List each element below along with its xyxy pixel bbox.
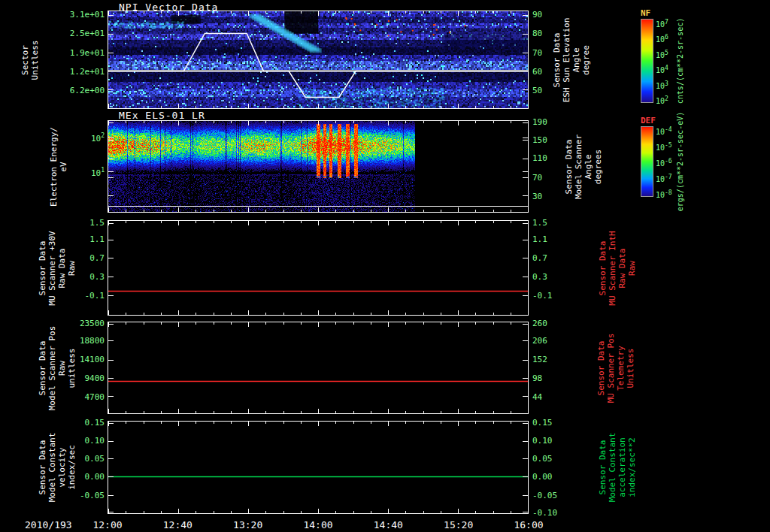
panel-1-y2tick-label: 90	[532, 10, 542, 20]
panel-4-y2axis-title-line-3: Unitless	[626, 333, 635, 403]
panel-3-y2tick-label: -0.1	[532, 291, 553, 301]
nf-colorbar-tick-label: 104	[656, 65, 668, 74]
panel-3-yaxis-title-line-1: MU Scanner +30V	[47, 231, 57, 305]
nf-colorbar-gradient	[641, 19, 653, 103]
panel-1-y2axis-title: Sensor DataESH Sun ElevationAngledegree	[552, 17, 591, 102]
panel-5-y2tick-label: 0.15	[532, 418, 553, 428]
def-colorbar-tick-label: 10-4	[656, 126, 672, 136]
panel-1-y2tick-label: 50	[532, 86, 542, 95]
panel-4-y2axis-title-line-2: Telemetry	[616, 333, 626, 403]
panel-4-yaxis-title-line-3: unitless	[67, 325, 77, 410]
panel-4-y2tick-label: 260	[532, 319, 547, 328]
panel-2-yaxis-title-line-1: eV	[59, 127, 68, 207]
panel-3-y2tick-label: 0.7	[532, 253, 547, 263]
def-colorbar-title: DEF	[641, 116, 656, 125]
panel-5-ytick-label: 0.05	[85, 454, 105, 464]
panel-1-y2axis-title-line-1: ESH Sun Elevation	[562, 17, 571, 102]
panel-1-yaxis-title-line-1: Unitless	[30, 40, 40, 80]
panel-5-y2tick-label: 0.00	[532, 472, 553, 482]
panel-4-ytick-label: 14100	[80, 355, 105, 364]
panel-1-y2tick-label: 70	[532, 48, 542, 58]
panel-5	[108, 421, 529, 514]
panel-5-y2tick-label: 0.05	[532, 454, 553, 464]
panel-2-plot-canvas	[108, 121, 528, 212]
panel-1-ytick-label: 1.9e+01	[70, 48, 105, 58]
def-colorbar-units: ergs/(cm**2-sr-sec-eV)	[675, 112, 685, 211]
panel-5-y2axis-title-line-0: Sensor Data	[598, 433, 608, 503]
panel-2-y2tick-label: 110	[532, 153, 547, 163]
panel-5-ytick-label: 0.00	[85, 472, 105, 482]
panel-1-y2tick-label: 80	[532, 29, 542, 38]
panel-5-yaxis-title-line-3: index/sec	[67, 433, 77, 503]
panel-3-y2axis-title-line-2: Raw Data	[617, 231, 627, 305]
panel-3-ytick-label: 1.5	[89, 218, 105, 228]
panel-1-ytick-label: 3.1e+01	[70, 10, 105, 20]
panel-4-ytick-label: 4700	[85, 392, 105, 402]
panel-2-y2tick-label: 190	[532, 117, 547, 127]
panel-5-plot-canvas	[108, 422, 528, 513]
panel-2-y2axis-title: Sensor DataModel ScannerAngledegrees	[564, 134, 603, 198]
panel-5-y2axis-title-line-2: acceleration	[617, 433, 627, 503]
panel-2-y2axis-title-line-1: Model Scanner	[574, 134, 584, 198]
panel-5-yaxis-title-line-1: Model Constant	[47, 433, 57, 503]
panel-1-ytick-label: 1.2e+01	[70, 67, 105, 77]
date-label: 2010/193	[25, 519, 72, 530]
panel-1-yaxis-title-line-0: Sector	[20, 40, 30, 80]
panel-4-yaxis-title: Sensor DataModel Scanner PosRawunitless	[38, 325, 77, 410]
panel-4-y2tick-label: 206	[532, 336, 547, 346]
panel-5-ytick-label: 0.10	[85, 436, 105, 446]
panel-3-yaxis-title-line-0: Sensor Data	[38, 231, 47, 305]
panel-4-yaxis-title-line-0: Sensor Data	[38, 325, 47, 410]
panel-5-y2tick-label: -0.10	[532, 508, 557, 518]
panel-3-y2axis-title-line-0: Sensor Data	[598, 231, 608, 305]
def-colorbar-tick-label: 10-5	[656, 142, 672, 152]
panel-2-yaxis-title: Electron Energy/eV	[49, 127, 68, 207]
panel-2-y2tick-label: 70	[532, 173, 542, 183]
def-colorbar-tick-label: 10-8	[656, 189, 672, 199]
panel-2-y2axis-title-line-2: Angle	[584, 134, 593, 198]
nf-colorbar-units-line-0: cnts/(cm**2-sr-sec)	[675, 18, 685, 104]
panel-3-ytick-label: 0.7	[89, 253, 105, 263]
panel2-title: MEx ELS-01 LR	[119, 110, 205, 121]
xaxis-tick-label: 12:00	[92, 519, 122, 530]
xaxis-tick-label: 12:40	[163, 519, 192, 530]
xaxis-tick-label: 16:00	[514, 519, 543, 530]
panel-2-y2axis-title-line-0: Sensor Data	[564, 134, 574, 198]
def-colorbar-tick-label: 10-7	[656, 174, 672, 183]
def-colorbar-gradient	[641, 126, 653, 197]
panel-2-y2tick-label: 150	[532, 135, 547, 145]
nf-colorbar-tick-label: 107	[656, 19, 668, 29]
nf-colorbar-tick-label: 103	[656, 80, 668, 90]
panel-4-ytick-label: 23500	[80, 319, 105, 328]
panel-1-y2tick-label: 60	[532, 67, 542, 77]
panel-1-y2axis-title-line-0: Sensor Data	[552, 17, 562, 102]
panel-1-ytick-label: 6.2e+00	[70, 86, 105, 95]
panel-1	[108, 11, 529, 109]
panel-3-y2axis-title-line-1: MU Scanner IntH	[608, 231, 617, 305]
panel-3-y2tick-label: 1.1	[532, 234, 547, 244]
panel-4-yaxis-title-line-1: Model Scanner Pos	[47, 325, 57, 410]
panel-3	[108, 220, 529, 316]
panel-1-y2axis-title-line-3: degree	[581, 17, 591, 102]
panel-2-ytick-label: 101	[91, 167, 105, 178]
panel-5-y2axis-title-line-3: index/sec**2	[627, 433, 637, 503]
panel-2	[108, 120, 529, 213]
panel-3-y2axis-title-line-3: Raw	[627, 231, 637, 305]
panel-2-y2axis-title-line-3: degrees	[593, 134, 603, 198]
panel-1-y2axis-title-line-2: Angle	[571, 17, 581, 102]
panel-4-y2tick-label: 98	[532, 373, 542, 383]
panel-4-y2axis-title-line-1: MU Scanner Pos	[606, 333, 616, 403]
panel-2-y2tick-label: 30	[532, 192, 542, 201]
nf-colorbar-units: cnts/(cm**2-sr-sec)	[675, 18, 685, 104]
panel-3-y2tick-label: 0.3	[532, 272, 547, 282]
panel-4-plot-canvas	[108, 322, 528, 413]
panel-5-ytick-label: -0.05	[80, 491, 105, 500]
panel-5-y2tick-label: -0.05	[532, 491, 557, 500]
nf-colorbar-tick-label: 102	[656, 95, 668, 105]
panel-1-yaxis-title: SectorUnitless	[20, 40, 40, 80]
panel-5-y2axis-title: Sensor DataModel Constantaccelerationind…	[598, 433, 637, 503]
panel-3-plot-canvas	[108, 221, 528, 315]
panel-3-ytick-label: -0.1	[85, 291, 105, 301]
panel-4-y2axis-title: Sensor DataMU Scanner PosTelemetryUnitle…	[596, 333, 635, 403]
panel-3-y2tick-label: 1.5	[532, 218, 547, 228]
